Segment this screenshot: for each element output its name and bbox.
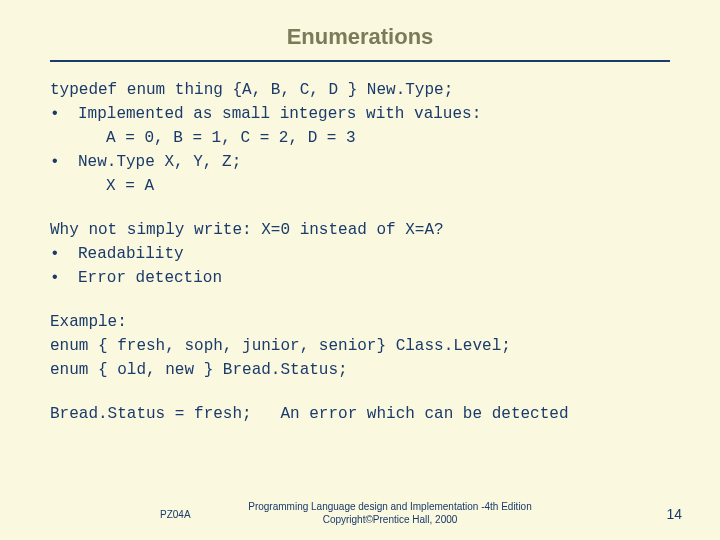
- bullet-icon: •: [50, 102, 78, 126]
- bullet-icon: •: [50, 242, 78, 266]
- error-detect-line: Bread.Status = fresh; An error which can…: [50, 402, 670, 426]
- section-error-line: Bread.Status = fresh; An error which can…: [50, 402, 670, 426]
- section-typedef: typedef enum thing {A, B, C, D } New.Typ…: [50, 78, 670, 198]
- footer-code: PZ04A: [160, 509, 191, 520]
- example-label: Example:: [50, 310, 670, 334]
- slide-title: Enumerations: [50, 24, 670, 50]
- bullet-error-detection: • Error detection: [50, 266, 670, 290]
- code-enum-classlevel: enum { fresh, soph, junior, senior} Clas…: [50, 334, 670, 358]
- code-values: A = 0, B = 1, C = 2, D = 3: [50, 126, 670, 150]
- section-example: Example: enum { fresh, soph, junior, sen…: [50, 310, 670, 382]
- question-line: Why not simply write: X=0 instead of X=A…: [50, 218, 670, 242]
- title-rule: [50, 60, 670, 62]
- bullet-text: Readability: [78, 242, 670, 266]
- code-enum-breadstatus: enum { old, new } Bread.Status;: [50, 358, 670, 382]
- bullet-text: New.Type X, Y, Z;: [78, 150, 670, 174]
- slide-body: Enumerations typedef enum thing {A, B, C…: [0, 0, 720, 426]
- bullet-text: Error detection: [78, 266, 670, 290]
- footer-line1: Programming Language design and Implemen…: [248, 501, 532, 512]
- footer-citation: Programming Language design and Implemen…: [220, 501, 560, 526]
- bullet-implemented: • Implemented as small integers with val…: [50, 102, 670, 126]
- code-assign: X = A: [50, 174, 670, 198]
- page-number: 14: [666, 506, 682, 522]
- section-whynot: Why not simply write: X=0 instead of X=A…: [50, 218, 670, 290]
- bullet-newtype: • New.Type X, Y, Z;: [50, 150, 670, 174]
- bullet-icon: •: [50, 266, 78, 290]
- bullet-text: Implemented as small integers with value…: [78, 102, 670, 126]
- bullet-readability: • Readability: [50, 242, 670, 266]
- footer-line2: Copyright©Prentice Hall, 2000: [323, 514, 458, 525]
- code-typedef: typedef enum thing {A, B, C, D } New.Typ…: [50, 78, 670, 102]
- bullet-icon: •: [50, 150, 78, 174]
